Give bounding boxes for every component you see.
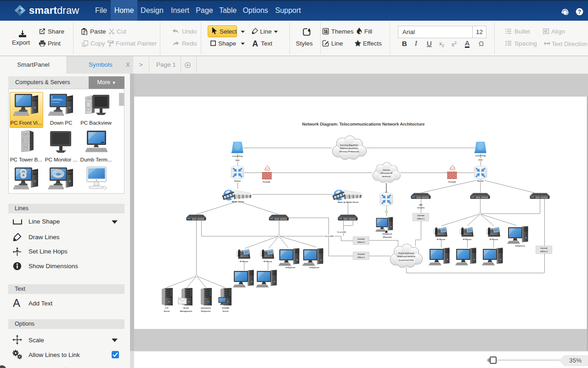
svg-text:?: ? — [578, 9, 581, 15]
svg-text:(Alternate IP: (Alternate IP — [380, 172, 392, 174]
svg-text:Server: Server — [164, 310, 170, 312]
svg-text:Firewall: Firewall — [263, 181, 270, 183]
svg-text:ACDMS: ACDMS — [222, 307, 229, 309]
svg-text:Softphone: Softphone — [285, 266, 295, 269]
svg-text:Telephone Network: Telephone Network — [397, 255, 416, 258]
svg-text:Softphone: Softphone — [309, 266, 319, 269]
svg-text:Level3 Pop: Level3 Pop — [232, 155, 243, 157]
svg-text:PRI: PRI — [419, 204, 422, 206]
svg-text:Media Server: Media Server — [232, 201, 244, 203]
svg-text:DS3: DS3 — [236, 159, 240, 161]
svg-text:Central: Central — [541, 247, 548, 249]
svg-text:Central: Central — [358, 238, 365, 240]
svg-text:T1 or DS3: T1 or DS3 — [324, 235, 334, 237]
svg-text:Network): Network) — [382, 175, 391, 178]
svg-text:Office 2: Office 2 — [357, 241, 365, 243]
svg-text:CTI: CTI — [165, 307, 169, 309]
svg-text:Office 2: Office 2 — [540, 250, 548, 253]
svg-text:Public Switched: Public Switched — [398, 252, 414, 254]
svg-text:Office 1: Office 1 — [417, 218, 425, 220]
svg-text:DS3: DS3 — [479, 159, 483, 161]
svg-text:(Local and Toll): (Local and Toll) — [399, 259, 414, 261]
svg-text:IP Phone: IP Phone — [264, 260, 272, 263]
svg-text:Circuits: Circuits — [417, 207, 425, 209]
svg-text:Back-up Media Server: Back-up Media Server — [338, 201, 359, 203]
svg-text:IP Phone: IP Phone — [437, 238, 446, 241]
svg-text:(Remote): (Remote) — [383, 236, 392, 238]
svg-text:Central: Central — [358, 253, 365, 255]
svg-text:Router: Router — [477, 180, 484, 182]
svg-text:Level3 Pop: Level3 Pop — [475, 155, 486, 157]
svg-text:Email: Email — [183, 307, 189, 309]
svg-text:Softphone: Softphone — [515, 245, 525, 247]
svg-text:Server: Server — [222, 310, 229, 312]
svg-text:Office 1: Office 1 — [357, 256, 365, 259]
svg-text:Interactive: Interactive — [201, 307, 211, 309]
svg-text:Internet: Internet — [383, 169, 390, 171]
svg-text:Existing MegaPath: Existing MegaPath — [340, 144, 358, 146]
svg-text:Network Backbone: Network Backbone — [340, 147, 358, 150]
svg-text:Central: Central — [418, 214, 424, 217]
svg-text:IP Phone: IP Phone — [490, 238, 498, 241]
svg-text:Management: Management — [180, 310, 192, 312]
svg-text:Network Diagram: Telecommunica: Network Diagram: Telecommunications Netw… — [302, 121, 425, 126]
svg-text:(Primary IP Network): (Primary IP Network) — [339, 150, 359, 153]
svg-text:IP Phone: IP Phone — [463, 238, 472, 241]
svg-text:T1 or DS3: T1 or DS3 — [337, 231, 346, 233]
svg-text:Response: Response — [201, 310, 211, 312]
svg-text:Softphone: Softphone — [382, 233, 392, 235]
svg-text:IP Phone: IP Phone — [240, 260, 249, 263]
svg-text:Router: Router — [234, 180, 241, 182]
svg-text:Firewall: Firewall — [448, 181, 456, 183]
